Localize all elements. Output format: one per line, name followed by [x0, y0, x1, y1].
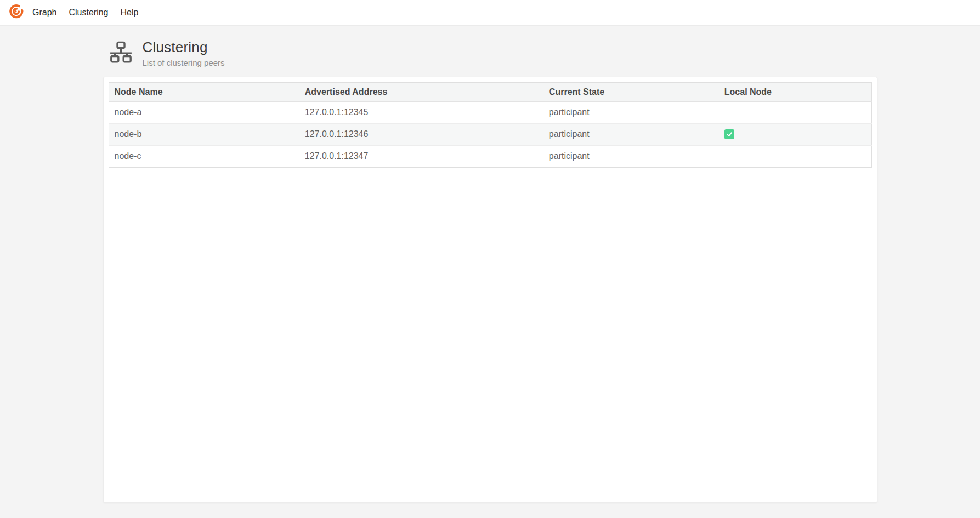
- nav-item-help[interactable]: Help: [115, 0, 145, 25]
- network-lan-icon: [110, 41, 132, 66]
- column-header-local-node: Local Node: [719, 82, 871, 101]
- nav-item-clustering[interactable]: Clustering: [63, 0, 114, 25]
- cell-node-name: node-c: [109, 145, 299, 167]
- page-header-text: Clustering List of clustering peers: [143, 39, 225, 67]
- cell-node-name: node-b: [109, 123, 299, 145]
- cell-current-state: participant: [543, 145, 719, 167]
- column-header-current-state: Current State: [543, 82, 719, 101]
- nav-item-graph[interactable]: Graph: [32, 0, 63, 25]
- column-header-advertised-address: Advertised Address: [299, 82, 543, 101]
- cell-current-state: participant: [543, 101, 719, 123]
- cell-advertised-address: 127.0.0.1:12345: [299, 101, 543, 123]
- page-content: Clustering List of clustering peers Node…: [0, 26, 980, 503]
- navbar-links: GraphClusteringHelp: [32, 0, 144, 25]
- cell-local-node: [719, 145, 871, 167]
- table-row-node-a: node-a127.0.0.1:12345participant: [109, 101, 871, 123]
- app-logo[interactable]: [9, 5, 24, 20]
- cell-local-node: [719, 123, 871, 145]
- cell-advertised-address: 127.0.0.1:12347: [299, 145, 543, 167]
- spiral-logo-icon: [9, 4, 24, 21]
- column-header-node-name: Node Name: [109, 82, 299, 101]
- peers-card: Node NameAdvertised AddressCurrent State…: [103, 77, 877, 503]
- local-node-checkbox[interactable]: [724, 129, 734, 139]
- page-header: Clustering List of clustering peers: [110, 39, 877, 67]
- page-subtitle: List of clustering peers: [143, 58, 225, 67]
- table-header-row: Node NameAdvertised AddressCurrent State…: [109, 82, 871, 101]
- peers-table: Node NameAdvertised AddressCurrent State…: [109, 82, 872, 168]
- cell-advertised-address: 127.0.0.1:12346: [299, 123, 543, 145]
- cell-current-state: participant: [543, 123, 719, 145]
- page-title: Clustering: [143, 39, 225, 56]
- cell-local-node: [719, 101, 871, 123]
- cell-node-name: node-a: [109, 101, 299, 123]
- top-navbar: GraphClusteringHelp: [0, 0, 980, 26]
- table-row-node-b: node-b127.0.0.1:12346participant: [109, 123, 871, 145]
- table-row-node-c: node-c127.0.0.1:12347participant: [109, 145, 871, 167]
